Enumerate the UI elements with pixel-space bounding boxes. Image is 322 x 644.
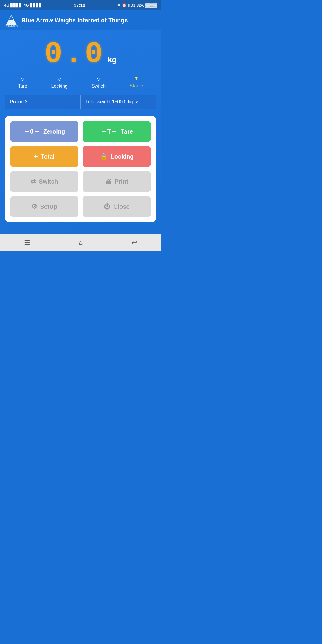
locking-button[interactable]: 🔒 Locking — [83, 146, 151, 167]
status-time: 17:10 — [74, 3, 85, 8]
nav-bar: ☰ ⌂ ↩ — [0, 234, 161, 251]
setup-icon: ⚙ — [31, 203, 37, 210]
stable-arrow-icon: ▼ — [134, 75, 139, 81]
setup-label: SetUp — [40, 203, 58, 210]
switch-label: Switch — [92, 83, 106, 89]
print-button[interactable]: 🖨 Print — [83, 171, 151, 192]
setup-button[interactable]: ⚙ SetUp — [10, 196, 78, 217]
status-signal: 4G ▋▋▋▋ 4G ▋▋▋▋ — [4, 3, 42, 7]
total-icon: + — [34, 153, 38, 160]
indicator-locking: ▽ Locking — [51, 75, 68, 89]
total-weight-dropdown-icon[interactable]: ∨ — [135, 100, 138, 104]
indicator-stable: ▼ Stable — [129, 75, 143, 89]
indicator-tare: ▽ Tare — [18, 75, 27, 89]
status-bar: 4G ▋▋▋▋ 4G ▋▋▋▋ 17:10 ✶ ⏰ HD1 82% ▓▓▓▓ — [0, 0, 161, 10]
info-bar[interactable]: Pound:3 Total weight:1500.0 kg ∨ — [5, 95, 156, 109]
close-icon: ⏻ — [104, 203, 110, 210]
weight-unit: kg — [108, 55, 117, 69]
app-logo: 蓝箭 BLUEARROW — [5, 14, 18, 27]
svg-text:BLUEARROW: BLUEARROW — [8, 25, 18, 27]
switch-label: Switch — [39, 178, 58, 185]
tare-label: Tare — [18, 83, 27, 89]
zeroing-label: Zeroing — [43, 128, 65, 135]
zeroing-button[interactable]: →0← Zeroing — [10, 121, 78, 142]
status-battery: ✶ ⏰ HD1 82% ▓▓▓▓ — [117, 3, 157, 7]
locking-label: Locking — [111, 153, 134, 160]
tare-icon: →T← — [100, 128, 117, 135]
tare-arrow-icon: ▽ — [21, 75, 25, 82]
locking-icon: 🔒 — [100, 153, 108, 160]
locking-arrow-icon: ▽ — [57, 75, 61, 82]
stable-label: Stable — [129, 83, 143, 89]
weight-value: 0.0 — [44, 39, 105, 69]
total-weight-value: Total weight:1500.0 kg — [86, 99, 133, 105]
status-indicators: ▽ Tare ▽ Locking ▽ Switch ▼ Stable — [0, 72, 161, 95]
menu-icon[interactable]: ☰ — [24, 239, 30, 247]
main-content: 0.0 kg ▽ Tare ▽ Locking ▽ Switch ▼ Stabl… — [0, 30, 161, 234]
app-title: Blue Arrow Weighs Internet of Things — [21, 17, 128, 24]
locking-label: Locking — [51, 83, 68, 89]
switch-button[interactable]: ⇄ Switch — [10, 171, 78, 192]
back-icon[interactable]: ↩ — [131, 239, 137, 247]
tare-button[interactable]: →T← Tare — [83, 121, 151, 142]
zeroing-icon: →0← — [24, 128, 40, 135]
print-icon: 🖨 — [105, 178, 112, 185]
total-button[interactable]: + Total — [10, 146, 78, 167]
buttons-card: →0← Zeroing →T← Tare + Total 🔒 Locking ⇄… — [5, 116, 156, 222]
weight-display-area: 0.0 kg — [0, 33, 161, 72]
total-weight-info[interactable]: Total weight:1500.0 kg ∨ — [81, 95, 156, 109]
tare-label: Tare — [121, 128, 133, 135]
pound-info: Pound:3 — [5, 95, 81, 109]
total-label: Total — [41, 153, 55, 160]
switch-arrow-icon: ▽ — [97, 75, 101, 82]
close-label: Close — [113, 203, 129, 210]
home-icon[interactable]: ⌂ — [79, 239, 83, 247]
app-header: 蓝箭 BLUEARROW Blue Arrow Weighs Internet … — [0, 10, 161, 30]
switch-icon: ⇄ — [30, 178, 36, 185]
print-label: Print — [115, 178, 129, 185]
indicator-switch: ▽ Switch — [92, 75, 106, 89]
close-button[interactable]: ⏻ Close — [83, 196, 151, 217]
